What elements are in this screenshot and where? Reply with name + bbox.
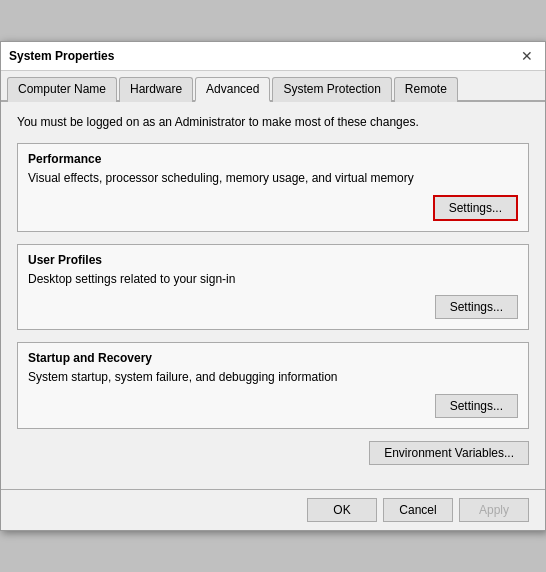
tab-advanced[interactable]: Advanced (195, 77, 270, 102)
performance-settings-button[interactable]: Settings... (433, 195, 518, 221)
user-profiles-title: User Profiles (28, 253, 518, 267)
tab-system-protection[interactable]: System Protection (272, 77, 391, 102)
tab-bar: Computer Name Hardware Advanced System P… (1, 71, 545, 102)
performance-desc: Visual effects, processor scheduling, me… (28, 170, 518, 187)
info-text: You must be logged on as an Administrato… (17, 114, 529, 131)
startup-recovery-title: Startup and Recovery (28, 351, 518, 365)
content-area: You must be logged on as an Administrato… (1, 102, 545, 489)
window-title: System Properties (9, 49, 114, 63)
system-properties-window: System Properties ✕ Computer Name Hardwa… (0, 41, 546, 531)
ok-button[interactable]: OK (307, 498, 377, 522)
tab-hardware[interactable]: Hardware (119, 77, 193, 102)
user-profiles-section: User Profiles Desktop settings related t… (17, 244, 529, 331)
apply-button[interactable]: Apply (459, 498, 529, 522)
performance-btn-row: Settings... (28, 195, 518, 221)
cancel-button[interactable]: Cancel (383, 498, 453, 522)
footer: OK Cancel Apply (1, 489, 545, 530)
title-bar: System Properties ✕ (1, 42, 545, 71)
user-profiles-settings-button[interactable]: Settings... (435, 295, 518, 319)
startup-recovery-desc: System startup, system failure, and debu… (28, 369, 518, 386)
user-profiles-btn-row: Settings... (28, 295, 518, 319)
performance-section: Performance Visual effects, processor sc… (17, 143, 529, 232)
startup-recovery-section: Startup and Recovery System startup, sys… (17, 342, 529, 429)
startup-recovery-settings-button[interactable]: Settings... (435, 394, 518, 418)
close-button[interactable]: ✕ (517, 48, 537, 64)
environment-variables-button[interactable]: Environment Variables... (369, 441, 529, 465)
user-profiles-desc: Desktop settings related to your sign-in (28, 271, 518, 288)
startup-recovery-btn-row: Settings... (28, 394, 518, 418)
tab-remote[interactable]: Remote (394, 77, 458, 102)
env-vars-row: Environment Variables... (17, 441, 529, 465)
performance-title: Performance (28, 152, 518, 166)
tab-computer-name[interactable]: Computer Name (7, 77, 117, 102)
